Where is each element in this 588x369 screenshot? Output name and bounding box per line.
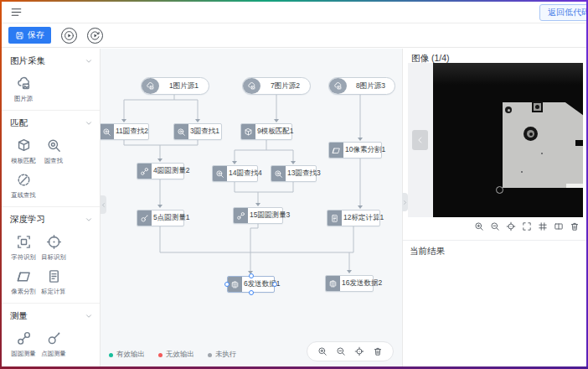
flow-node-3圆查找1[interactable]: 3圆查找1 <box>173 123 222 140</box>
tool-label: 点圆测量 <box>41 349 65 357</box>
node-label: 9模板匹配1 <box>255 124 295 139</box>
calc-icon <box>46 268 62 284</box>
section-title: 匹配 <box>10 117 28 129</box>
tool-item-像素分割[interactable]: 像素分割 <box>10 268 37 296</box>
chevron-down-icon <box>85 119 93 127</box>
action-toolbar: 保存 <box>2 23 586 48</box>
inspection-photo[interactable] <box>433 63 583 217</box>
flow-node-1图片源1[interactable]: 1图片源1 <box>141 77 209 95</box>
section-header[interactable]: 匹配 <box>10 116 93 131</box>
circle-find-icon <box>213 166 227 181</box>
flow-node-10像素分割1[interactable]: 10像素分割1 <box>328 142 382 159</box>
section-header[interactable]: 深度学习 <box>10 212 93 227</box>
flow-node-8图片源3[interactable]: 8图片源3 <box>328 77 395 95</box>
frame-border-left <box>0 0 2 369</box>
cube-icon <box>241 124 255 139</box>
tool-label: 模板匹配 <box>11 156 35 164</box>
trash-button[interactable] <box>373 346 383 356</box>
panel-collapse-handle[interactable] <box>402 193 408 211</box>
segment-icon <box>329 143 343 158</box>
tool-label: 字符识别 <box>11 252 35 261</box>
save-button[interactable]: 保存 <box>8 27 51 44</box>
hub-core <box>529 133 533 136</box>
photo-metal-plate <box>503 102 583 188</box>
node-label: 8图片源3 <box>347 78 395 94</box>
node-port[interactable] <box>272 282 277 287</box>
main-area: 图片采集图片源匹配模板匹配圆查找直线查找深度学习字符识别目标识别像素分割标定计算… <box>2 49 586 366</box>
circle-find-icon <box>46 138 62 153</box>
flow-node-4圆圆测量2[interactable]: 4圆圆测量2 <box>137 163 184 179</box>
flow-node-5点圆测量1[interactable]: 5点圆测量1 <box>137 210 184 226</box>
node-port[interactable] <box>249 290 254 295</box>
sidebar-collapse-handle[interactable] <box>101 195 106 214</box>
flow-node-13圆查找3[interactable]: 13圆查找3 <box>271 165 317 182</box>
zoom-out-button[interactable] <box>490 221 500 231</box>
node-label: 10像素分割1 <box>343 143 387 158</box>
flow-node-16发送数据2[interactable]: 16发送数据2 <box>325 275 374 292</box>
cube-icon <box>16 138 32 153</box>
node-label: 11圆查找2 <box>114 124 150 139</box>
run-button[interactable] <box>61 28 77 44</box>
tool-item-圆查找[interactable]: 圆查找 <box>40 138 67 165</box>
zoom-out-button[interactable] <box>336 346 346 356</box>
flow-node-14圆查找4[interactable]: 14圆查找4 <box>212 165 258 182</box>
tool-label: 目标识别 <box>41 252 65 261</box>
node-port[interactable] <box>224 282 230 287</box>
cloud-image-icon <box>243 78 260 94</box>
section-header[interactable]: 图片采集 <box>10 54 93 69</box>
tool-item-圆圆测量[interactable]: 圆圆测量 <box>10 330 37 358</box>
locate-button[interactable] <box>354 346 364 356</box>
zoom-in-button[interactable] <box>474 221 484 231</box>
canvas-zoom-toolbar <box>307 341 394 361</box>
previous-image-button[interactable] <box>412 130 428 150</box>
measure-pc-icon <box>46 330 62 346</box>
run-continuous-button[interactable] <box>87 28 103 44</box>
tool-item-字符识别[interactable]: 字符识别 <box>10 234 37 262</box>
flow-node-11圆查找2[interactable]: 11圆查找2 <box>101 123 149 140</box>
fullscreen-button[interactable] <box>522 221 532 231</box>
flow-node-15圆圆测量3[interactable]: 15圆圆测量3 <box>233 207 283 224</box>
save-label: 保存 <box>28 29 44 41</box>
cloud-image-icon <box>142 78 159 94</box>
locate-button[interactable] <box>506 221 516 231</box>
plate-notch <box>575 140 583 146</box>
menu-icon[interactable] <box>10 6 23 18</box>
plate-bright-strip <box>566 184 583 188</box>
tool-item-图片源[interactable]: 图片源 <box>10 75 37 103</box>
tool-item-标定计算[interactable]: 标定计算 <box>40 268 67 296</box>
section-title: 图片采集 <box>10 55 45 67</box>
measure-pc-icon <box>137 210 152 226</box>
result-divider <box>403 240 586 241</box>
section-title: 测量 <box>10 310 28 322</box>
flow-node-12标定计算1[interactable]: 12标定计算1 <box>327 210 380 226</box>
line-find-icon <box>16 172 32 188</box>
tool-label: 圆查找 <box>44 156 63 164</box>
legend-label: 未执行 <box>215 350 237 360</box>
flow-canvas[interactable]: 1图片源17图片源28图片源311圆查找23圆查找19模板匹配110像素分割14… <box>101 49 402 366</box>
center-hub <box>524 127 538 141</box>
section-header[interactable]: 测量 <box>10 309 93 324</box>
legend-item: 未执行 <box>208 350 237 360</box>
flow-node-7图片源2[interactable]: 7图片源2 <box>242 77 311 95</box>
trash-button[interactable] <box>570 221 580 231</box>
flow-node-6发送数据1[interactable]: 6发送数据1 <box>227 276 275 293</box>
legend-dot <box>109 353 113 357</box>
chevron-down-icon <box>85 57 93 65</box>
save-icon <box>15 31 24 40</box>
cloud-image-icon <box>16 75 32 91</box>
node-label: 4圆圆测量2 <box>152 164 191 179</box>
tool-item-目标识别[interactable]: 目标识别 <box>40 234 67 262</box>
node-port[interactable] <box>249 273 254 278</box>
tool-item-直线查找[interactable]: 直线查找 <box>10 172 37 200</box>
legend-dot <box>208 353 212 357</box>
grid-button[interactable] <box>538 221 548 231</box>
flow-node-9模板匹配1[interactable]: 9模板匹配1 <box>240 123 292 140</box>
image-panel: 图像 (1/4) <box>402 49 586 366</box>
tool-item-点圆测量[interactable]: 点圆测量 <box>40 330 67 358</box>
zoom-in-button[interactable] <box>317 346 328 356</box>
compare-button[interactable] <box>554 221 564 231</box>
legend-item: 无效输出 <box>158 350 194 360</box>
ocr-icon <box>16 234 32 250</box>
back-to-lowcode-button[interactable]: 返回低代码 <box>539 4 586 21</box>
tool-item-模板匹配[interactable]: 模板匹配 <box>10 138 37 165</box>
